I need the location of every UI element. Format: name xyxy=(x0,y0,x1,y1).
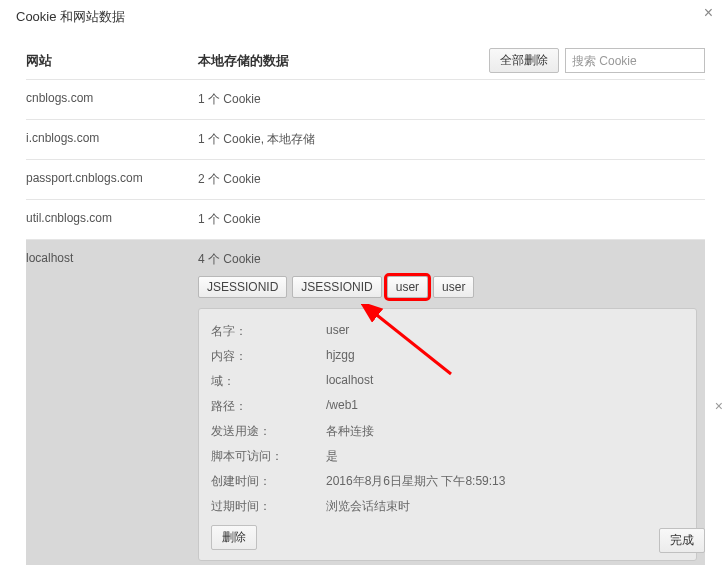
detail-value-sendfor: 各种连接 xyxy=(326,423,684,440)
detail-row: 过期时间： 浏览会话结束时 xyxy=(211,494,684,519)
detail-label-created: 创建时间： xyxy=(211,473,326,490)
site-row-expanded: localhost 4 个 Cookie JSESSIONID JSESSION… xyxy=(26,239,705,565)
site-data: 2 个 Cookie xyxy=(198,171,705,188)
cookie-chip[interactable]: JSESSIONID xyxy=(292,276,381,298)
done-button[interactable]: 完成 xyxy=(659,528,705,553)
site-data: 1 个 Cookie xyxy=(198,91,705,108)
cookie-detail-panel: 名字： user 内容： hjzgg 域： localhost 路径： /web… xyxy=(198,308,697,561)
site-list: cnblogs.com 1 个 Cookie i.cnblogs.com 1 个… xyxy=(26,79,705,565)
detail-value-name: user xyxy=(326,323,684,340)
site-data: 1 个 Cookie, 本地存储 xyxy=(198,131,705,148)
detail-value-domain: localhost xyxy=(326,373,684,390)
site-row[interactable]: passport.cnblogs.com 2 个 Cookie xyxy=(26,159,705,199)
cookie-chip[interactable]: user xyxy=(387,276,428,298)
site-data: 1 个 Cookie xyxy=(198,211,705,228)
detail-value-path: /web1 xyxy=(326,398,684,415)
close-icon[interactable]: × xyxy=(704,4,713,22)
site-name: i.cnblogs.com xyxy=(26,131,198,148)
detail-row: 路径： /web1 xyxy=(211,394,684,419)
dialog-title: Cookie 和网站数据 xyxy=(16,9,125,24)
detail-value-expires: 浏览会话结束时 xyxy=(326,498,684,515)
detail-label-name: 名字： xyxy=(211,323,326,340)
detail-label-script: 脚本可访问： xyxy=(211,448,326,465)
detail-label-expires: 过期时间： xyxy=(211,498,326,515)
detail-label-sendfor: 发送用途： xyxy=(211,423,326,440)
detail-value-created: 2016年8月6日星期六 下午8:59:13 xyxy=(326,473,684,490)
row-close-icon[interactable]: × xyxy=(715,398,723,414)
table-header: 网站 本地存储的数据 全部删除 xyxy=(26,48,705,79)
cookie-chip[interactable]: JSESSIONID xyxy=(198,276,287,298)
detail-row: 域： localhost xyxy=(211,369,684,394)
site-name: localhost xyxy=(26,251,198,268)
detail-row: 内容： hjzgg xyxy=(211,344,684,369)
site-row[interactable]: i.cnblogs.com 1 个 Cookie, 本地存储 xyxy=(26,119,705,159)
site-name: passport.cnblogs.com xyxy=(26,171,198,188)
header-data: 本地存储的数据 xyxy=(198,52,489,70)
detail-label-content: 内容： xyxy=(211,348,326,365)
site-name: cnblogs.com xyxy=(26,91,198,108)
site-data: 4 个 Cookie xyxy=(198,251,705,268)
detail-label-domain: 域： xyxy=(211,373,326,390)
site-row[interactable]: cnblogs.com 1 个 Cookie xyxy=(26,79,705,119)
site-row[interactable]: util.cnblogs.com 1 个 Cookie xyxy=(26,199,705,239)
delete-cookie-button[interactable]: 删除 xyxy=(211,525,257,550)
search-input[interactable] xyxy=(565,48,705,73)
delete-all-button[interactable]: 全部删除 xyxy=(489,48,559,73)
detail-row: 创建时间： 2016年8月6日星期六 下午8:59:13 xyxy=(211,469,684,494)
detail-row: 脚本可访问： 是 xyxy=(211,444,684,469)
detail-row: 名字： user xyxy=(211,319,684,344)
detail-value-script: 是 xyxy=(326,448,684,465)
detail-value-content: hjzgg xyxy=(326,348,684,365)
detail-row: 发送用途： 各种连接 xyxy=(211,419,684,444)
detail-label-path: 路径： xyxy=(211,398,326,415)
cookie-chip-row: JSESSIONID JSESSIONID user user xyxy=(26,276,705,308)
cookie-chip[interactable]: user xyxy=(433,276,474,298)
site-name: util.cnblogs.com xyxy=(26,211,198,228)
header-site: 网站 xyxy=(26,52,198,70)
